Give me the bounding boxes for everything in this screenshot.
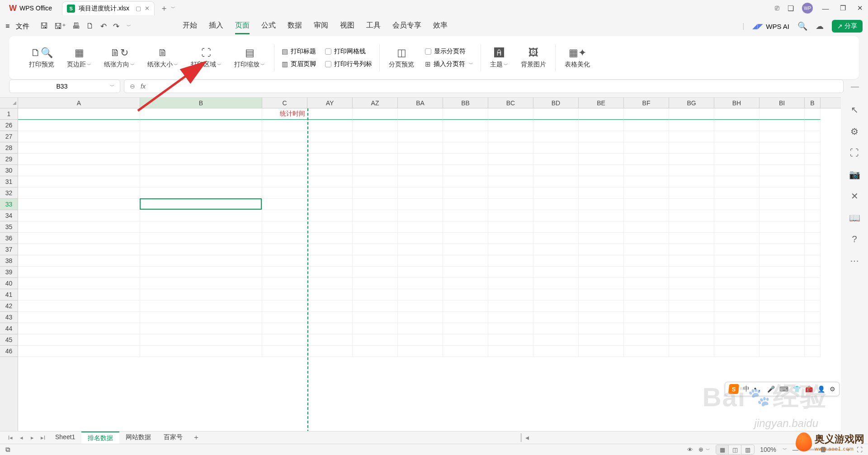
cell[interactable]: [669, 108, 714, 120]
document-tab[interactable]: S 项目进度统计.xlsx ▢ ✕: [62, 1, 155, 15]
cell[interactable]: [805, 199, 821, 210]
cell[interactable]: [624, 210, 669, 221]
cell[interactable]: [18, 221, 140, 233]
row-header-31[interactable]: 31: [0, 176, 18, 188]
cell[interactable]: [669, 334, 714, 346]
cell[interactable]: [140, 233, 262, 244]
ribbon-tab-9[interactable]: 效率: [433, 18, 448, 34]
cell[interactable]: [805, 233, 821, 244]
cell[interactable]: [262, 334, 307, 346]
cell[interactable]: [669, 267, 714, 278]
cell[interactable]: [307, 278, 353, 289]
row-header-38[interactable]: 38: [0, 255, 18, 267]
cell[interactable]: [805, 255, 821, 267]
cell[interactable]: [262, 176, 307, 188]
cell[interactable]: [398, 188, 443, 199]
print-icon[interactable]: 🖶: [72, 22, 80, 31]
cell[interactable]: [353, 108, 398, 120]
cell[interactable]: [307, 176, 353, 188]
print-preview-icon[interactable]: 🗋: [86, 22, 94, 31]
cell[interactable]: [443, 120, 488, 131]
cell[interactable]: [307, 289, 353, 300]
cell[interactable]: [18, 120, 140, 131]
cell[interactable]: [624, 334, 669, 346]
row-header-43[interactable]: 43: [0, 312, 18, 323]
ime-skin-icon[interactable]: 👕: [793, 385, 801, 393]
name-box[interactable]: B33 ﹀: [9, 80, 120, 93]
print-gridlines-checkbox[interactable]: 打印网格线: [325, 46, 372, 57]
cell[interactable]: [140, 188, 262, 199]
cell[interactable]: [760, 346, 805, 357]
cell[interactable]: [353, 323, 398, 334]
cell[interactable]: [669, 142, 714, 154]
zoom-out-icon[interactable]: ⊖: [130, 83, 135, 90]
cell[interactable]: [307, 334, 353, 346]
cell[interactable]: [624, 278, 669, 289]
cell[interactable]: [714, 108, 760, 120]
cell[interactable]: [488, 154, 533, 165]
cell[interactable]: [398, 300, 443, 312]
cell[interactable]: [760, 142, 805, 154]
cell[interactable]: [18, 108, 140, 120]
cell[interactable]: [669, 244, 714, 255]
cell[interactable]: [398, 334, 443, 346]
cell[interactable]: [579, 108, 624, 120]
cell[interactable]: [533, 176, 579, 188]
sheet-nav-last[interactable]: ▸I: [38, 434, 48, 441]
cell[interactable]: [760, 334, 805, 346]
cell[interactable]: [488, 312, 533, 323]
cell[interactable]: [443, 289, 488, 300]
cell[interactable]: [262, 255, 307, 267]
cell[interactable]: [262, 154, 307, 165]
cell[interactable]: [624, 199, 669, 210]
wps-ai-button[interactable]: ◢◤ WPS AI: [752, 22, 789, 30]
cell[interactable]: [353, 267, 398, 278]
cell[interactable]: [443, 312, 488, 323]
cell[interactable]: [533, 154, 579, 165]
cell[interactable]: [624, 289, 669, 300]
ribbon-tab-4[interactable]: 数据: [288, 18, 302, 34]
cell[interactable]: [398, 199, 443, 210]
column-headers[interactable]: ABCAYAZBABBBCBDBEBFBGBHBIB: [18, 98, 841, 108]
sheet-nav-next[interactable]: ▸: [27, 434, 37, 441]
col-header-AZ[interactable]: AZ: [353, 98, 398, 108]
cell[interactable]: [805, 154, 821, 165]
ime-punct-icon[interactable]: •，: [754, 385, 763, 393]
cell[interactable]: [669, 255, 714, 267]
cell[interactable]: [488, 289, 533, 300]
ribbon-tab-6[interactable]: 视图: [340, 18, 354, 34]
cell[interactable]: [805, 267, 821, 278]
row-header-33[interactable]: 33: [0, 199, 18, 210]
cell[interactable]: [140, 244, 262, 255]
cell[interactable]: [714, 142, 760, 154]
cell[interactable]: [579, 142, 624, 154]
cell[interactable]: [443, 255, 488, 267]
ime-user-icon[interactable]: 👤: [817, 385, 825, 393]
cell[interactable]: [443, 165, 488, 176]
cell[interactable]: [533, 323, 579, 334]
row-headers[interactable]: 1262728293031323334353637383940414243444…: [0, 108, 18, 432]
window-maximize-button[interactable]: ❐: [838, 4, 847, 12]
cell[interactable]: [18, 233, 140, 244]
cell[interactable]: [805, 188, 821, 199]
show-page-breaks-checkbox[interactable]: 显示分页符: [425, 46, 473, 57]
cell[interactable]: [140, 323, 262, 334]
cell[interactable]: [533, 199, 579, 210]
cell[interactable]: [533, 142, 579, 154]
ime-settings-icon[interactable]: ⚙: [830, 385, 835, 393]
row-header-35[interactable]: 35: [0, 221, 18, 233]
cell[interactable]: [307, 142, 353, 154]
cell[interactable]: [443, 267, 488, 278]
ribbon-tab-5[interactable]: 审阅: [314, 18, 328, 34]
cell[interactable]: [443, 346, 488, 357]
cell[interactable]: [398, 120, 443, 131]
cell[interactable]: [353, 188, 398, 199]
cell[interactable]: [714, 131, 760, 142]
settings-slider-icon[interactable]: ⚙: [850, 126, 859, 137]
cell[interactable]: [140, 210, 262, 221]
cell[interactable]: 统计时间: [262, 108, 307, 120]
cell[interactable]: [443, 108, 488, 120]
cell[interactable]: [579, 165, 624, 176]
search-icon[interactable]: 🔍: [797, 21, 807, 31]
ribbon-tab-0[interactable]: 开始: [183, 18, 197, 34]
